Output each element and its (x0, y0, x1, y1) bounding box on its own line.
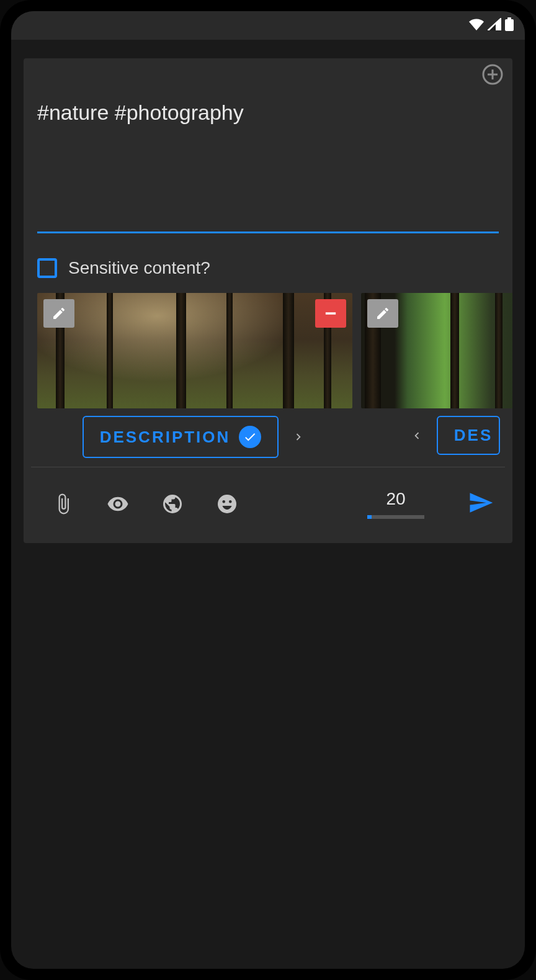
svg-rect-5 (326, 312, 336, 315)
next-media-button[interactable] (290, 428, 307, 446)
status-bar (11, 11, 525, 40)
char-counter: 20 (367, 489, 424, 519)
svg-point-7 (223, 500, 226, 503)
media-thumbnail[interactable] (37, 293, 352, 408)
attach-button[interactable] (36, 493, 91, 515)
compose-toolbar: 20 (24, 467, 512, 543)
send-button[interactable] (462, 486, 500, 522)
device-frame: Sensitive content? (0, 0, 536, 980)
description-button[interactable]: DESCRIPTION (83, 416, 279, 458)
edit-media-button[interactable] (43, 299, 74, 328)
remove-media-button[interactable] (315, 299, 346, 328)
visibility-button[interactable] (91, 493, 145, 515)
description-button-label: DES (454, 426, 493, 445)
battery-icon (505, 17, 514, 34)
sensitive-checkbox[interactable] (37, 258, 57, 278)
char-progress-fill (367, 515, 372, 519)
checkmark-icon (239, 426, 261, 448)
description-button[interactable]: DES (437, 416, 500, 455)
forest-image (37, 293, 352, 408)
compose-card: Sensitive content? (24, 58, 512, 543)
char-count-value: 20 (386, 489, 405, 509)
cell-signal-icon (488, 18, 501, 33)
media-item: DESCRIPTION (37, 293, 352, 467)
svg-rect-1 (507, 17, 511, 20)
edit-media-button[interactable] (367, 299, 398, 328)
media-strip: DESCRIPTION (24, 293, 512, 467)
wifi-icon (469, 18, 484, 33)
media-item: DES (361, 293, 512, 467)
prev-media-button[interactable] (408, 427, 426, 444)
media-thumbnail[interactable] (361, 293, 512, 408)
svg-point-6 (218, 495, 236, 513)
add-button[interactable] (481, 63, 504, 86)
screen: Sensitive content? (11, 11, 525, 969)
globe-button[interactable] (145, 493, 200, 515)
char-progress-bar (367, 515, 424, 519)
sensitive-label: Sensitive content? (68, 258, 210, 278)
svg-point-8 (229, 500, 232, 503)
compose-text-input[interactable] (37, 72, 499, 233)
description-button-label: DESCRIPTION (100, 428, 231, 447)
svg-rect-0 (505, 19, 514, 31)
emoji-button[interactable] (200, 493, 254, 515)
